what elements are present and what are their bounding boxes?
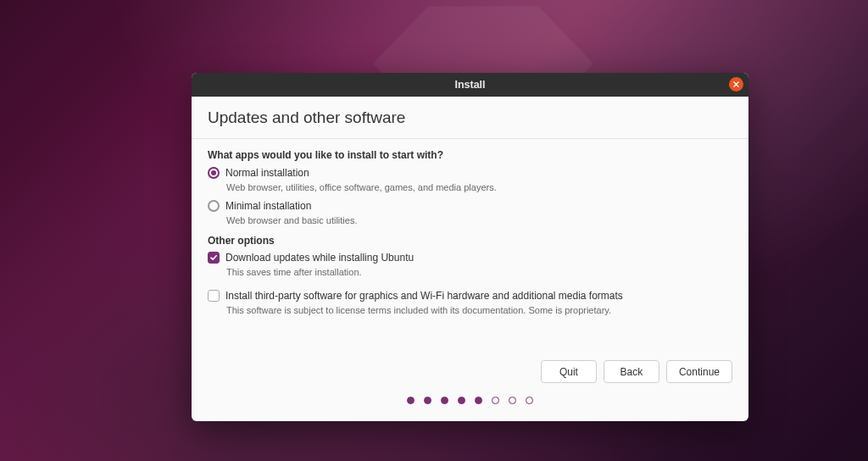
button-row: Quit Back Continue: [208, 360, 732, 388]
progress-dot: [441, 397, 448, 404]
other-options-heading: Other options: [208, 235, 732, 247]
radio-icon: [208, 167, 220, 179]
progress-dot: [458, 397, 465, 404]
third-party-desc: This software is subject to license term…: [226, 305, 732, 315]
radio-minimal-installation[interactable]: Minimal installation: [208, 200, 732, 212]
radio-label: Minimal installation: [225, 200, 311, 212]
progress-dot: [475, 397, 482, 404]
checkbox-icon: [208, 252, 220, 264]
checkbox-label: Download updates while installing Ubuntu: [225, 252, 414, 264]
dialog-content: Updates and other software What apps wou…: [192, 97, 748, 421]
download-updates-desc: This saves time after installation.: [226, 267, 732, 277]
progress-dot: [526, 397, 533, 404]
progress-dot: [407, 397, 415, 404]
progress-dots: [208, 388, 732, 413]
install-dialog: Install Updates and other software What …: [192, 73, 748, 421]
progress-dot: [492, 397, 499, 404]
progress-dot: [424, 397, 431, 404]
checkbox-third-party[interactable]: Install third-party software for graphic…: [208, 290, 732, 302]
radio-label: Normal installation: [225, 167, 309, 179]
install-question: What apps would you like to install to s…: [208, 149, 732, 161]
normal-installation-desc: Web browser, utilities, office software,…: [226, 182, 732, 192]
titlebar: Install: [192, 73, 748, 97]
minimal-installation-desc: Web browser and basic utilities.: [226, 215, 732, 225]
radio-icon: [208, 200, 220, 212]
continue-button[interactable]: Continue: [666, 360, 732, 383]
page-title: Updates and other software: [208, 108, 732, 127]
close-button[interactable]: [729, 77, 743, 92]
close-icon: [732, 79, 740, 91]
checkbox-label: Install third-party software for graphic…: [225, 290, 623, 302]
checkbox-download-updates[interactable]: Download updates while installing Ubuntu: [208, 252, 732, 264]
quit-button[interactable]: Quit: [541, 360, 597, 383]
radio-normal-installation[interactable]: Normal installation: [208, 167, 732, 179]
back-button[interactable]: Back: [604, 360, 659, 383]
divider: [192, 138, 748, 139]
window-title: Install: [454, 79, 485, 91]
progress-dot: [509, 397, 516, 404]
checkbox-icon: [208, 290, 220, 302]
